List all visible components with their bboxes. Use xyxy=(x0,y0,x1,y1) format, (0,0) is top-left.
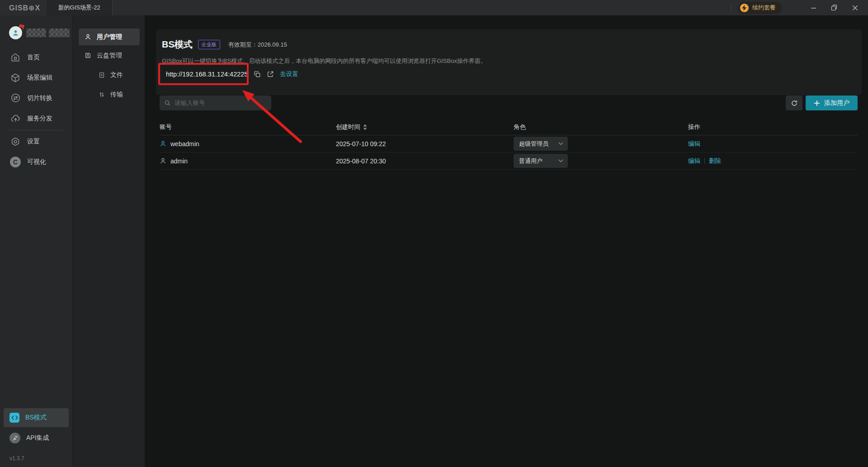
api-icon xyxy=(9,433,20,443)
submenu-item-label: 文件 xyxy=(110,71,123,79)
refresh-button[interactable] xyxy=(786,95,802,110)
sort-icon[interactable] xyxy=(363,124,367,130)
sidebar-item-service-distribute[interactable]: 服务分发 xyxy=(0,108,72,129)
table-header: 账号 创建时间 角色 操作 xyxy=(160,119,858,135)
slice-convert-icon xyxy=(9,92,21,104)
sidebar-item-label: 可视化 xyxy=(27,158,46,166)
role-value: 普通用户 xyxy=(519,157,542,165)
panel-title: BS模式 xyxy=(162,38,193,51)
visualization-glyph: C xyxy=(10,157,21,167)
sidebar-item-scene-edit[interactable]: 场景编辑 xyxy=(0,67,72,88)
scene-tab-label: 新的GIS场景-22 xyxy=(58,4,100,12)
submenu-item-label: 用户管理 xyxy=(97,33,122,41)
bs-url-field[interactable]: http://192.168.31.124:42225 xyxy=(161,66,246,82)
role-dropdown[interactable]: 超级管理员 xyxy=(514,137,568,151)
sidebar-item-label: BS模式 xyxy=(25,414,47,422)
secondary-sidebar: 用户管理 云盘管理 文件 传输 xyxy=(72,15,145,467)
col-header-role: 角色 xyxy=(514,123,688,131)
toolbar: 添加用户 xyxy=(160,95,858,110)
delete-link[interactable]: 删除 xyxy=(709,157,721,165)
submenu-item-transfer[interactable]: 传输 xyxy=(79,86,140,103)
role-value: 超级管理员 xyxy=(519,140,548,148)
table-row: admin 2025-08-07 20:30 普通用户 编辑 删除 xyxy=(160,152,858,170)
copy-icon[interactable] xyxy=(254,71,261,78)
close-button[interactable] xyxy=(844,0,865,15)
add-user-label: 添加用户 xyxy=(824,99,849,107)
submenu-item-label: 云盘管理 xyxy=(97,52,122,60)
sidebar-item-label: 服务分发 xyxy=(27,114,52,123)
file-icon xyxy=(98,71,105,79)
account-search[interactable] xyxy=(160,95,271,110)
edit-link[interactable]: 编辑 xyxy=(688,157,700,165)
app-logo: GISB⊕X xyxy=(9,4,40,12)
role-cell: 超级管理员 xyxy=(514,137,688,151)
user-icon xyxy=(84,33,92,41)
bs-mode-panel: BS模式 企业版 有效期至：2026.09.15 GISBox可以一键切换为BS… xyxy=(156,29,862,95)
disk-icon xyxy=(84,52,92,59)
minimize-button[interactable] xyxy=(803,0,824,15)
edit-link[interactable]: 编辑 xyxy=(688,140,700,148)
chevron-down-icon xyxy=(558,142,563,145)
main-content: BS模式 企业版 有效期至：2026.09.15 GISBox可以一键切换为BS… xyxy=(145,15,868,467)
sidebar-item-home[interactable]: 首页 xyxy=(0,47,72,67)
col-header-created[interactable]: 创建时间 xyxy=(336,123,514,131)
app-version: v1.3.7 xyxy=(9,455,72,462)
user-profile[interactable] xyxy=(9,26,72,39)
account-cell: webadmin xyxy=(160,140,336,148)
renew-plan-label: 续约套餐 xyxy=(752,4,776,12)
bs-mode-icon xyxy=(9,413,19,423)
col-header-account: 账号 xyxy=(160,123,336,131)
url-row: http://192.168.31.124:42225 去设置 xyxy=(161,66,298,82)
created-cell: 2025-07-10 09:22 xyxy=(336,140,514,148)
search-icon xyxy=(164,100,171,106)
account-name: webadmin xyxy=(170,140,199,148)
add-user-button[interactable]: 添加用户 xyxy=(806,95,858,110)
primary-sidebar: 首页 场景编辑 切片转换 xyxy=(0,15,72,467)
role-dropdown[interactable]: 普通用户 xyxy=(514,154,568,168)
panel-description: GISBox可以一键切换为BS模式。启动该模式之后，本台电脑的网段内的所有客户端… xyxy=(162,57,486,65)
edition-badge: 企业版 xyxy=(198,40,220,49)
sidebar-item-slice-convert[interactable]: 切片转换 xyxy=(0,88,72,108)
col-header-created-label: 创建时间 xyxy=(336,123,360,131)
user-table: 账号 创建时间 角色 操作 xyxy=(160,119,858,170)
username-redacted xyxy=(26,29,70,37)
sidebar-item-bs-mode[interactable]: BS模式 xyxy=(4,408,69,427)
renew-plan-button[interactable]: 续约套餐 xyxy=(738,2,782,14)
open-external-icon[interactable] xyxy=(267,71,274,78)
sidebar-item-settings[interactable]: 设置 xyxy=(0,131,72,152)
avatar xyxy=(9,26,22,39)
search-input[interactable] xyxy=(175,100,267,106)
sidebar-spacer xyxy=(0,172,72,408)
toolbar-actions: 添加用户 xyxy=(786,95,858,110)
submenu-item-cloud-disk[interactable]: 云盘管理 xyxy=(79,47,140,64)
validity-text: 有效期至：2026.09.15 xyxy=(228,41,287,49)
scene-edit-icon xyxy=(9,72,21,84)
restore-button[interactable] xyxy=(824,0,844,15)
submenu-item-label: 传输 xyxy=(110,91,123,99)
lightning-icon xyxy=(740,4,749,12)
username-block xyxy=(26,29,46,37)
submenu-item-files[interactable]: 文件 xyxy=(79,67,140,83)
sidebar-item-visualization[interactable]: C 可视化 xyxy=(0,152,72,172)
transfer-icon xyxy=(98,91,105,98)
submenu-item-user-management[interactable]: 用户管理 xyxy=(79,29,140,45)
panel-title-row: BS模式 企业版 有效期至：2026.09.15 xyxy=(162,38,287,51)
scene-tab[interactable]: 新的GIS场景-22 xyxy=(46,0,113,15)
sidebar-item-api[interactable]: API集成 xyxy=(4,429,69,448)
created-cell: 2025-08-07 20:30 xyxy=(336,157,514,165)
titlebar-divider xyxy=(731,4,731,11)
account-name: admin xyxy=(170,157,188,165)
service-distribute-icon xyxy=(9,113,21,124)
plus-icon xyxy=(814,100,820,106)
home-icon xyxy=(9,52,21,63)
sidebar-divider xyxy=(9,130,63,130)
col-header-actions: 操作 xyxy=(688,123,858,131)
action-separator xyxy=(704,158,705,164)
go-settings-link[interactable]: 去设置 xyxy=(280,70,298,78)
account-cell: admin xyxy=(160,157,336,165)
actions-cell: 编辑 删除 xyxy=(688,157,858,165)
flag-badge-icon xyxy=(19,24,26,31)
username-block xyxy=(49,29,70,37)
sidebar-item-label: 切片转换 xyxy=(27,94,52,102)
table-row: webadmin 2025-07-10 09:22 超级管理员 编辑 xyxy=(160,135,858,152)
